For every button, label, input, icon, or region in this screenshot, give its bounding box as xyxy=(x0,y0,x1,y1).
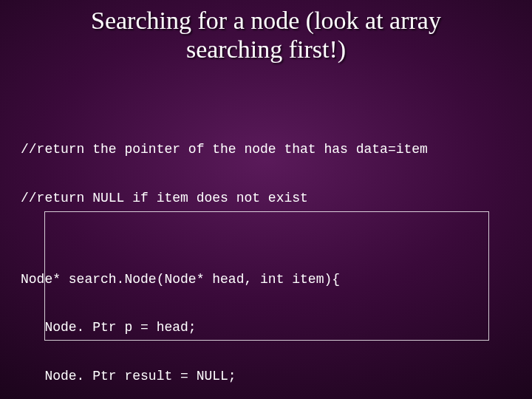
slide: Searching for a node (look at array sear… xyxy=(0,0,532,399)
code-line: Node. Ptr result = NULL; xyxy=(21,369,511,385)
highlight-box xyxy=(44,211,489,341)
title-line-1: Searching for a node (look at array xyxy=(91,7,441,34)
code-line: //return NULL if item does not exist xyxy=(21,191,511,207)
title-line-2: searching first!) xyxy=(186,35,346,63)
slide-title: Searching for a node (look at array sear… xyxy=(0,0,532,64)
code-line: //return the pointer of the node that ha… xyxy=(21,142,511,158)
